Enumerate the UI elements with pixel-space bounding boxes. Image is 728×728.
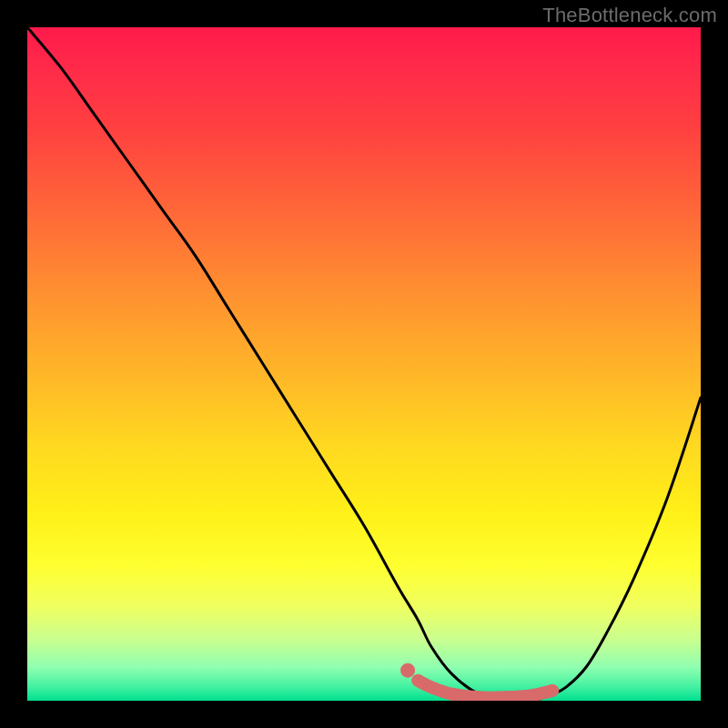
marker-dot: [400, 663, 415, 678]
watermark-text: TheBottleneck.com: [542, 4, 717, 27]
plot-area: [27, 27, 701, 701]
bottleneck-curve: [27, 27, 701, 701]
chart-svg: [27, 27, 701, 701]
marker-segment: [418, 681, 552, 698]
chart-container: TheBottleneck.com: [0, 0, 728, 728]
